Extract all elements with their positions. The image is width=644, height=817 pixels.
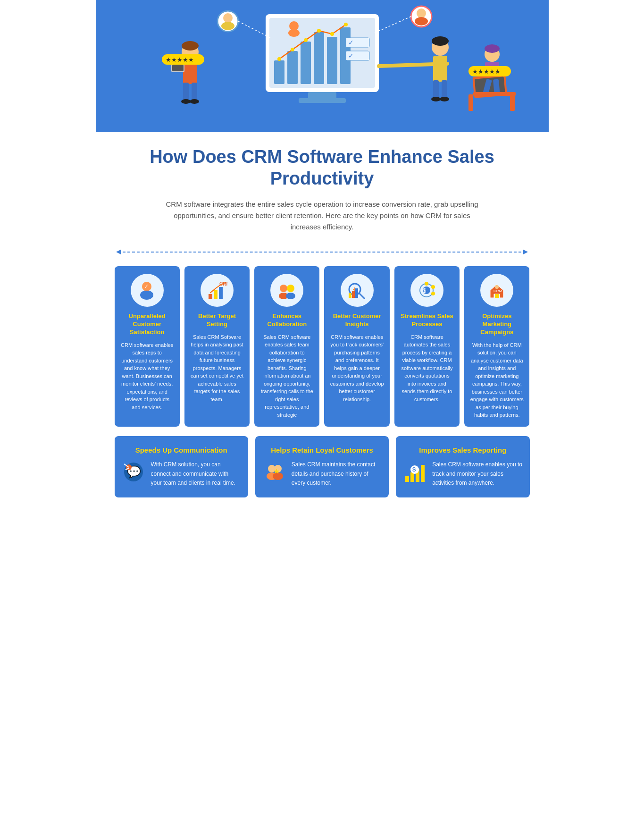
svg-point-31 <box>182 41 199 51</box>
svg-rect-30 <box>172 65 184 71</box>
svg-line-40 <box>379 64 447 66</box>
svg-point-71 <box>287 285 294 292</box>
card-collaboration: Enhances Collaboration Sales CRM softwar… <box>254 266 319 427</box>
svg-rect-37 <box>442 80 447 99</box>
svg-rect-6 <box>314 32 324 84</box>
page-subtitle: CRM software integrates the entire sales… <box>162 199 483 233</box>
card-text-6: With the help of CRM solution, you can a… <box>470 341 524 419</box>
card-text-1: CRM software enables sales reps to under… <box>120 341 174 412</box>
svg-rect-99 <box>405 476 409 482</box>
svg-point-88 <box>495 285 499 289</box>
svg-point-86 <box>431 292 435 295</box>
communication-icon: 💬 <box>122 460 145 488</box>
svg-rect-26 <box>192 83 197 101</box>
bottom-card-text-2: Sales CRM maintains the contact details … <box>292 460 382 488</box>
bottom-card-title-1: Speeds Up Communication <box>135 446 227 455</box>
card-icon-1: ✓ <box>131 274 164 307</box>
svg-text:CRM: CRM <box>219 281 227 286</box>
main-content: How Does CRM Software Enhance Sales Prod… <box>96 132 549 512</box>
svg-point-27 <box>181 99 191 104</box>
card-icon-2: CRM <box>201 274 234 307</box>
svg-rect-25 <box>183 83 189 101</box>
card-marketing-campaigns: CRM Optimizes Marketing Campaigns With t… <box>464 266 529 427</box>
svg-point-11 <box>304 38 308 42</box>
svg-rect-68 <box>219 287 223 299</box>
svg-point-63 <box>140 290 153 300</box>
svg-point-28 <box>190 99 199 104</box>
svg-point-20 <box>288 29 300 37</box>
svg-point-13 <box>330 32 334 36</box>
bottom-card-body-1: 💬 With CRM solution, you can connect and… <box>122 460 241 488</box>
card-text-4: CRM software enables you to track custom… <box>330 333 384 404</box>
svg-text:✓: ✓ <box>348 52 354 59</box>
svg-rect-102 <box>421 465 425 482</box>
bottom-card-body-3: $ Sales CRM software enables you to trac… <box>403 460 522 488</box>
svg-rect-67 <box>214 290 217 299</box>
card-text-3: Sales CRM software enables sales team co… <box>260 333 314 419</box>
svg-point-10 <box>291 48 294 51</box>
bottom-card-title-3: Improves Sales Reporting <box>419 446 506 455</box>
sales-reporting-icon: $ <box>403 460 427 488</box>
svg-rect-66 <box>209 294 212 299</box>
svg-point-14 <box>344 23 348 26</box>
svg-rect-79 <box>352 291 355 298</box>
svg-point-58 <box>417 8 426 18</box>
svg-text:$: $ <box>423 287 427 294</box>
svg-point-70 <box>280 285 287 292</box>
svg-rect-21 <box>308 92 336 99</box>
svg-rect-100 <box>410 472 414 482</box>
card-text-2: Sales CRM Software helps in analysing pa… <box>190 333 244 404</box>
svg-text:★★★★★: ★★★★★ <box>166 56 194 63</box>
card-target-setting: CRM Better Target Setting Sales CRM Soft… <box>184 266 250 427</box>
divider-line <box>123 252 521 253</box>
svg-text:★★★★★: ★★★★★ <box>472 68 501 75</box>
svg-point-41 <box>432 36 449 46</box>
bottom-card-title-2: Helps Retain Loyal Customers <box>271 446 373 455</box>
svg-point-39 <box>440 97 449 101</box>
card-title-6: Optimizes Marketing Campaigns <box>470 312 524 337</box>
svg-point-73 <box>286 293 295 299</box>
hero-section: ✓ ✓ ★★★★★ <box>96 0 549 132</box>
svg-point-85 <box>431 285 435 289</box>
svg-text:CRM: CRM <box>493 289 502 293</box>
svg-line-75 <box>359 293 364 298</box>
card-title-4: Better Customer Insights <box>330 312 384 328</box>
svg-text:$: $ <box>412 466 416 473</box>
svg-rect-78 <box>349 293 351 298</box>
card-customer-satisfaction: ✓ Unparalleled Customer Satisfaction CRM… <box>115 266 180 427</box>
card-text-5: CRM software automates the sales process… <box>400 333 454 404</box>
card-title-3: Enhances Collaboration <box>260 312 314 328</box>
svg-text:✓: ✓ <box>348 39 354 46</box>
svg-rect-4 <box>287 51 298 84</box>
svg-rect-50 <box>510 94 515 111</box>
card-title-2: Better Target Setting <box>190 312 244 328</box>
svg-rect-3 <box>274 60 284 84</box>
card-customer-insights: Better Customer Insights CRM software en… <box>324 266 389 427</box>
svg-text:✓: ✓ <box>144 283 149 290</box>
svg-point-51 <box>485 44 500 53</box>
bottom-card-body-2: Sales CRM maintains the contact details … <box>262 460 382 488</box>
loyal-customers-icon <box>262 460 286 488</box>
card-title-1: Unparalleled Customer Satisfaction <box>120 312 174 337</box>
bottom-card-text-1: With CRM solution, you can connect and c… <box>151 460 241 488</box>
svg-point-12 <box>317 29 321 33</box>
svg-rect-7 <box>327 37 337 84</box>
svg-point-9 <box>277 57 281 61</box>
card-icon-3 <box>270 274 303 307</box>
arrow-right-icon: ► <box>521 247 530 257</box>
svg-rect-48 <box>473 92 516 96</box>
card-icon-5: $ <box>410 274 443 307</box>
svg-point-38 <box>431 97 441 101</box>
card-sales-processes: $ Streamlines Sales Processes CRM softwa… <box>394 266 460 427</box>
svg-point-59 <box>415 17 428 25</box>
arrow-left-icon: ◄ <box>115 247 123 257</box>
svg-rect-35 <box>433 56 447 82</box>
svg-rect-87 <box>495 294 499 298</box>
bottom-card-communication: Speeds Up Communication 💬 With CRM solut… <box>115 436 248 498</box>
svg-rect-5 <box>301 42 311 84</box>
svg-point-84 <box>425 282 428 286</box>
svg-rect-22 <box>299 98 346 103</box>
bottom-cards-grid: Speeds Up Communication 💬 With CRM solut… <box>115 436 530 498</box>
page-title: How Does CRM Software Enhance Sales Prod… <box>115 146 530 189</box>
bottom-card-text-3: Sales CRM software enables you to track … <box>432 460 522 488</box>
